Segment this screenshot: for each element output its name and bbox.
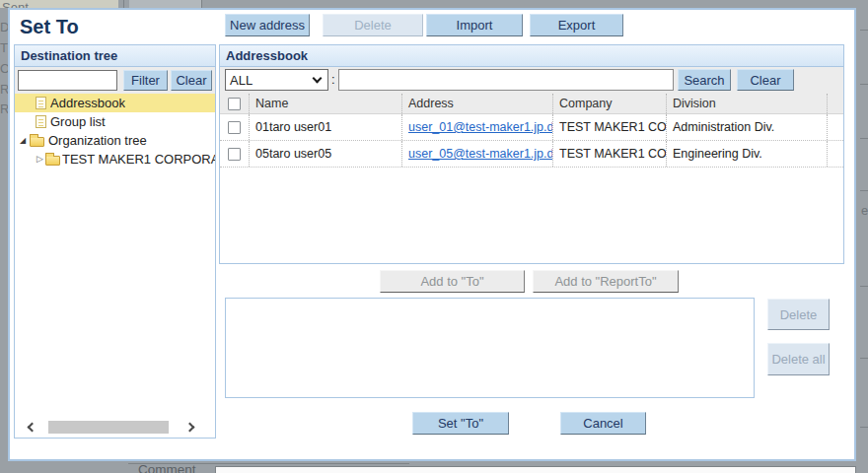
cell-address: user_05@test-maker1.jp.d- [402, 141, 553, 167]
addressbook-panel: Addressbook ALL : Search Clear Name Addr… [219, 44, 844, 264]
document-icon [36, 97, 46, 109]
backdrop-divider [860, 190, 868, 191]
tree-collapsed-icon[interactable]: ▷ [36, 150, 45, 169]
scrollbar-thumb[interactable] [48, 421, 169, 434]
backdrop-top-cell-2 [129, 0, 201, 8]
cell-company: TEST MAKER1 CORPORATION [553, 114, 667, 140]
tree-item-label: Addressbook [50, 94, 125, 112]
cancel-button[interactable]: Cancel [560, 412, 646, 435]
tree-filter-row: Filter Clear [15, 67, 215, 94]
folder-icon [30, 137, 44, 147]
row-checkbox-cell [220, 141, 250, 167]
backdrop-divider [860, 84, 868, 85]
dialog-title: Set To [20, 16, 79, 38]
backdrop-label: R [0, 82, 8, 98]
tree-item-label: Organization tree [48, 131, 147, 150]
chevron-down-icon [313, 74, 323, 84]
backdrop-divider [123, 0, 124, 8]
list-delete-all-button[interactable]: Delete all [767, 343, 830, 375]
column-header-division: Division [667, 94, 828, 113]
cell-name: 01taro user01 [250, 114, 402, 140]
tree-item-test-maker1[interactable]: ▷ TEST MAKER1 CORPORATION [15, 150, 215, 169]
backdrop-divider [860, 427, 868, 428]
search-button[interactable]: Search [678, 69, 731, 91]
cell-division: Engineering Div. [667, 141, 828, 167]
tree-item-organization-tree[interactable]: ◢ Organization tree [15, 131, 215, 150]
add-to-reportto-button[interactable]: Add to "ReportTo" [533, 270, 679, 293]
backdrop-label: O [0, 61, 8, 77]
backdrop-label: D [0, 20, 8, 35]
scroll-left-icon[interactable] [28, 423, 37, 433]
tree-clear-button[interactable]: Clear [171, 70, 212, 91]
destination-tree: Addressbook Group list ◢ Organization tr… [15, 94, 215, 418]
addressbook-header: Addressbook [220, 45, 843, 67]
backdrop-divider [860, 358, 868, 359]
select-all-cell [220, 94, 250, 113]
delete-button[interactable]: Delete [323, 14, 423, 36]
cell-division: Administration Div. [667, 114, 828, 140]
backdrop-label-e: e [861, 203, 868, 219]
selected-recipients-listbox[interactable] [225, 298, 755, 398]
cell-filler [828, 114, 843, 140]
select-all-checkbox[interactable] [228, 98, 241, 110]
search-input[interactable] [338, 69, 674, 91]
tree-item-group-list[interactable]: Group list [15, 112, 215, 131]
tree-filter-input[interactable] [18, 70, 117, 91]
backdrop-divider [201, 0, 202, 8]
column-header-address: Address [402, 94, 553, 113]
table-header-row: Name Address Company Division [220, 94, 843, 114]
tree-item-label: Group list [50, 112, 106, 131]
column-header-filler [828, 94, 843, 113]
backdrop-label: R [0, 101, 8, 117]
tree-expanded-icon[interactable]: ◢ [20, 131, 30, 150]
cell-company: TEST MAKER1 CORPORATION [553, 141, 667, 167]
tree-filter-button[interactable]: Filter [123, 70, 168, 91]
column-header-company: Company [553, 94, 667, 113]
folder-icon [45, 156, 60, 166]
new-address-button[interactable]: New address [225, 14, 310, 36]
backdrop-label-sent: Sent [2, 0, 32, 8]
backdrop-divider [860, 138, 868, 139]
row-checkbox[interactable] [228, 148, 241, 161]
tree-item-label: TEST MAKER1 CORPORATION [62, 150, 215, 169]
tree-item-addressbook[interactable]: Addressbook [15, 94, 215, 112]
cell-name: 05taro user05 [250, 141, 402, 167]
import-button[interactable]: Import [426, 14, 523, 36]
set-to-dialog: Set To New address Delete Import Export … [8, 8, 856, 461]
search-field-selected-value: ALL [230, 73, 253, 88]
list-delete-button[interactable]: Delete [767, 299, 830, 330]
scroll-right-icon[interactable] [185, 423, 195, 433]
backdrop-divider [860, 30, 868, 31]
add-to-to-button[interactable]: Add to "To" [380, 270, 525, 293]
cell-filler [828, 141, 843, 167]
cell-address: user_01@test-maker1.jp.d- [402, 114, 553, 140]
backdrop-comment-field [215, 466, 856, 473]
row-checkbox-cell [220, 114, 250, 140]
backdrop-divider [860, 286, 868, 287]
set-to-button[interactable]: Set "To" [412, 412, 509, 435]
destination-tree-panel: Destination tree Filter Clear Addressboo… [14, 44, 216, 439]
addressbook-search-row: ALL : Search Clear [220, 67, 843, 94]
address-link[interactable]: user_01@test-maker1.jp.d- [408, 120, 552, 134]
backdrop-label: T [0, 40, 8, 56]
document-icon [36, 115, 46, 128]
search-separator: : [331, 72, 335, 87]
table-row[interactable]: 05taro user05 user_05@test-maker1.jp.d- … [220, 141, 843, 168]
tree-horizontal-scrollbar[interactable] [17, 419, 213, 436]
search-field-select[interactable]: ALL [225, 69, 328, 91]
address-link[interactable]: user_05@test-maker1.jp.d- [408, 147, 552, 161]
export-button[interactable]: Export [530, 14, 623, 36]
destination-tree-header: Destination tree [15, 45, 215, 67]
table-row[interactable]: 01taro user01 user_01@test-maker1.jp.d- … [220, 114, 843, 141]
backdrop-comment-label: Comment [138, 462, 207, 473]
search-clear-button[interactable]: Clear [737, 69, 794, 91]
row-checkbox[interactable] [228, 121, 241, 134]
column-header-name: Name [250, 94, 402, 113]
